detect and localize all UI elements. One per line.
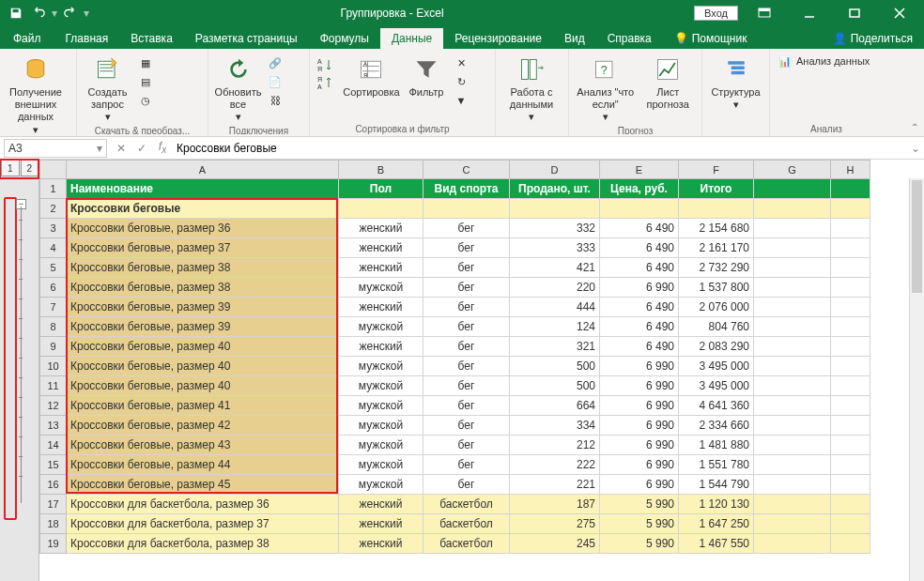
header-cell[interactable]: Вид спорта xyxy=(424,179,510,199)
cell[interactable]: мужской xyxy=(339,416,424,436)
row-header[interactable]: 10 xyxy=(40,357,67,376)
cell[interactable] xyxy=(679,199,754,219)
cell[interactable]: женский xyxy=(339,238,424,258)
cell[interactable]: бег xyxy=(424,258,510,278)
cell[interactable]: Кроссовки для баскетбола, размер 37 xyxy=(67,514,339,534)
cell[interactable]: женский xyxy=(339,534,424,554)
row-header[interactable]: 17 xyxy=(40,495,67,514)
cell[interactable] xyxy=(754,258,831,278)
maximize-icon[interactable] xyxy=(836,0,873,26)
cell[interactable]: женский xyxy=(339,219,424,238)
scrollbar-thumb[interactable] xyxy=(912,180,922,293)
col-header-G[interactable]: G xyxy=(754,161,831,179)
cell[interactable]: 6 490 xyxy=(600,219,679,238)
cell[interactable]: 421 xyxy=(510,258,600,278)
tab-insert[interactable]: Вставка xyxy=(119,28,184,49)
cell[interactable]: 6 990 xyxy=(600,376,679,396)
cell[interactable] xyxy=(754,238,831,258)
cell[interactable]: Кроссовки беговые xyxy=(67,199,339,219)
col-header-H[interactable]: H xyxy=(831,161,870,179)
row-header[interactable]: 14 xyxy=(40,436,67,455)
cell[interactable]: Кроссовки беговые, размер 40 xyxy=(67,357,339,376)
cell[interactable]: 6 990 xyxy=(600,475,679,495)
cell[interactable]: 6 990 xyxy=(600,278,679,298)
cell[interactable] xyxy=(754,317,831,337)
cell[interactable]: женский xyxy=(339,495,424,514)
cell[interactable]: женский xyxy=(339,298,424,317)
cell[interactable]: 6 990 xyxy=(600,416,679,436)
from-table-button[interactable]: ▤ xyxy=(136,73,202,90)
cell[interactable]: 187 xyxy=(510,495,600,514)
ribbon-display-icon[interactable] xyxy=(746,0,783,26)
edit-links-button[interactable]: ⛓ xyxy=(266,92,303,109)
cell[interactable] xyxy=(831,357,870,376)
cell[interactable]: Кроссовки беговые, размер 42 xyxy=(67,416,339,436)
cell[interactable]: 6 490 xyxy=(600,317,679,337)
cell[interactable] xyxy=(831,258,870,278)
cell[interactable]: бег xyxy=(424,376,510,396)
tell-me[interactable]: 💡Помощник xyxy=(663,28,759,49)
cell[interactable]: 5 990 xyxy=(600,495,679,514)
row-header[interactable]: 19 xyxy=(40,534,67,554)
cell[interactable] xyxy=(831,317,870,337)
cell[interactable]: 5 990 xyxy=(600,514,679,534)
header-cell[interactable]: Итого xyxy=(679,179,754,199)
name-box[interactable]: A3▾ xyxy=(4,139,107,158)
formula-input[interactable] xyxy=(173,139,907,158)
clear-filter-button[interactable]: ✕ xyxy=(452,54,489,71)
cell[interactable] xyxy=(754,337,831,357)
sort-asc-button[interactable]: АЯ xyxy=(316,56,338,73)
cell[interactable]: 1 647 250 xyxy=(679,514,754,534)
col-header-D[interactable]: D xyxy=(510,161,600,179)
cell[interactable] xyxy=(754,357,831,376)
cell[interactable]: мужской xyxy=(339,278,424,298)
cell[interactable]: 6 490 xyxy=(600,238,679,258)
cell[interactable]: Кроссовки беговые, размер 40 xyxy=(67,376,339,396)
cell[interactable]: 245 xyxy=(510,534,600,554)
outline-level-1[interactable]: 1 xyxy=(1,160,20,176)
cell[interactable] xyxy=(510,199,600,219)
cell[interactable] xyxy=(754,219,831,238)
outline-level-2[interactable]: 2 xyxy=(21,160,39,176)
cell[interactable]: 2 161 170 xyxy=(679,238,754,258)
cell[interactable]: Кроссовки для баскетбола, размер 38 xyxy=(67,534,339,554)
row-header[interactable]: 3 xyxy=(40,219,67,238)
cell[interactable]: 1 481 880 xyxy=(679,436,754,455)
data-analysis-button[interactable]: 📊Анализ данных xyxy=(776,53,877,69)
cell[interactable]: Кроссовки беговые, размер 38 xyxy=(67,278,339,298)
cell[interactable]: 6 490 xyxy=(600,298,679,317)
row-header[interactable]: 4 xyxy=(40,238,67,258)
row-header[interactable]: 8 xyxy=(40,317,67,337)
cell[interactable] xyxy=(754,455,831,475)
sort-desc-button[interactable]: ЯА xyxy=(316,74,338,91)
cell[interactable]: 2 334 660 xyxy=(679,416,754,436)
cell[interactable]: Кроссовки беговые, размер 45 xyxy=(67,475,339,495)
cell[interactable] xyxy=(831,436,870,455)
cell[interactable] xyxy=(831,416,870,436)
header-cell[interactable]: Наименование xyxy=(67,179,339,199)
new-query-button[interactable]: Создать запрос ▾ xyxy=(83,53,132,124)
cell[interactable]: 6 990 xyxy=(600,396,679,416)
cell[interactable]: мужской xyxy=(339,436,424,455)
tab-view[interactable]: Вид xyxy=(553,28,596,49)
cell[interactable] xyxy=(424,199,510,219)
cell[interactable] xyxy=(754,376,831,396)
cell[interactable]: 6 990 xyxy=(600,455,679,475)
reapply-button[interactable]: ↻ xyxy=(452,73,489,90)
save-icon[interactable] xyxy=(6,3,26,23)
cell[interactable] xyxy=(831,534,870,554)
cell[interactable]: бег xyxy=(424,396,510,416)
tab-data[interactable]: Данные xyxy=(380,28,443,49)
cell[interactable]: 321 xyxy=(510,337,600,357)
minimize-icon[interactable] xyxy=(791,0,828,26)
cell[interactable]: 4 641 360 xyxy=(679,396,754,416)
cell[interactable] xyxy=(754,278,831,298)
cell[interactable]: 275 xyxy=(510,514,600,534)
cell[interactable] xyxy=(831,337,870,357)
header-cell[interactable]: Пол xyxy=(339,179,424,199)
cell[interactable] xyxy=(754,436,831,455)
tab-help[interactable]: Справка xyxy=(596,28,663,49)
cell[interactable]: 2 083 290 xyxy=(679,337,754,357)
row-header[interactable]: 1 xyxy=(40,179,67,199)
col-header-A[interactable]: A xyxy=(67,161,339,179)
